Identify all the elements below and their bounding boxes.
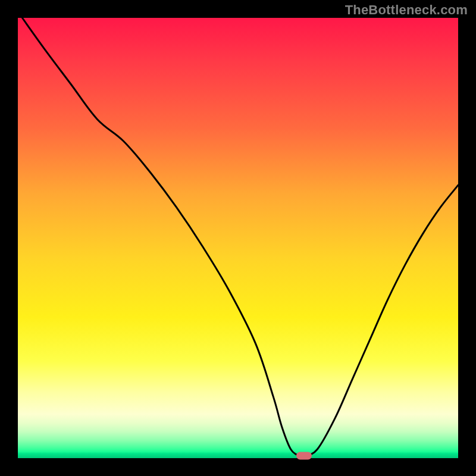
watermark-text: TheBottleneck.com: [345, 2, 468, 18]
chart-container: TheBottleneck.com: [0, 0, 476, 476]
plot-area: [18, 18, 458, 458]
bottleneck-curve: [22, 18, 458, 457]
curve-svg: [18, 18, 458, 458]
optimal-marker: [296, 452, 312, 460]
